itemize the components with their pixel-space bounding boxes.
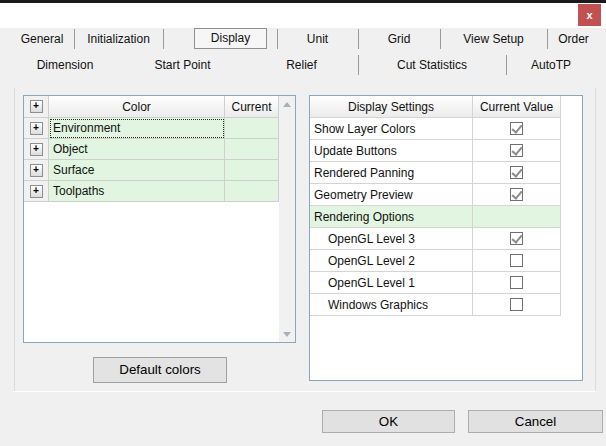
table-row-show-layer-colors: Show Layer Colors bbox=[310, 118, 562, 140]
tab-start-point[interactable]: Start Point bbox=[120, 55, 245, 75]
scroll-up-button[interactable] bbox=[279, 96, 295, 112]
setting-value-cell bbox=[473, 140, 561, 162]
expand-cell: + bbox=[24, 139, 49, 160]
color-row-current[interactable] bbox=[225, 139, 279, 160]
table-row-surface: + Surface bbox=[24, 160, 279, 181]
tab-relief[interactable]: Relief bbox=[245, 55, 358, 75]
ok-button[interactable]: OK bbox=[322, 410, 455, 433]
section-label: Rendering Options bbox=[310, 206, 473, 228]
table-row-rendered-panning: Rendered Panning bbox=[310, 162, 562, 184]
checkbox[interactable] bbox=[510, 254, 523, 267]
color-row-label[interactable]: Object bbox=[49, 139, 225, 160]
color-row-label[interactable]: Surface bbox=[49, 160, 225, 181]
table-row-environment: + Environment bbox=[24, 118, 279, 139]
tab-order[interactable]: Order bbox=[547, 29, 600, 49]
color-table: + Color Current + Environment + Object bbox=[24, 96, 279, 202]
table-row-rendering-options: Rendering Options bbox=[310, 206, 562, 228]
scroll-down-button[interactable] bbox=[279, 326, 295, 342]
setting-label: Rendered Panning bbox=[310, 162, 473, 184]
checkbox[interactable] bbox=[510, 122, 523, 135]
table-row-opengl-level-1: OpenGL Level 1 bbox=[310, 272, 562, 294]
tab-view-setup[interactable]: View Setup bbox=[440, 29, 547, 49]
settings-header-row: Display Settings Current Value bbox=[310, 96, 562, 118]
column-header-current: Current bbox=[225, 96, 279, 118]
expand-icon[interactable]: + bbox=[30, 122, 43, 135]
display-settings-table: Display Settings Current Value Show Laye… bbox=[310, 96, 562, 316]
table-row-geometry-preview: Geometry Preview bbox=[310, 184, 562, 206]
section-value-cell bbox=[473, 206, 561, 228]
checkbox[interactable] bbox=[510, 232, 523, 245]
setting-label: OpenGL Level 1 bbox=[310, 272, 473, 294]
close-icon: x bbox=[586, 9, 592, 21]
default-colors-button[interactable]: Default colors bbox=[93, 357, 227, 383]
color-row-current[interactable] bbox=[225, 160, 279, 181]
table-row-toolpaths: + Toolpaths bbox=[24, 181, 279, 202]
expand-all-button[interactable]: + bbox=[30, 100, 43, 113]
table-row-windows-graphics: Windows Graphics bbox=[310, 294, 562, 316]
setting-label: Update Buttons bbox=[310, 140, 473, 162]
tab-autotp[interactable]: AutoTP bbox=[506, 55, 596, 75]
tab-separator bbox=[277, 29, 278, 49]
color-table-header-row: + Color Current bbox=[24, 96, 279, 118]
expand-cell: + bbox=[24, 160, 49, 181]
checkbox[interactable] bbox=[510, 298, 523, 311]
expand-all-cell: + bbox=[24, 96, 49, 118]
scroll-down-icon bbox=[283, 332, 291, 337]
tab-dimension[interactable]: Dimension bbox=[10, 55, 120, 75]
column-header-display-settings: Display Settings bbox=[310, 96, 473, 118]
setting-label: Windows Graphics bbox=[310, 294, 473, 316]
tab-cut-statistics[interactable]: Cut Statistics bbox=[358, 55, 506, 75]
checkbox[interactable] bbox=[510, 188, 523, 201]
expand-icon[interactable]: + bbox=[30, 143, 43, 156]
column-header-color: Color bbox=[49, 96, 225, 118]
tab-general[interactable]: General bbox=[10, 29, 74, 49]
table-row-opengl-level-2: OpenGL Level 2 bbox=[310, 250, 562, 272]
display-settings-panel: Display Settings Current Value Show Laye… bbox=[309, 95, 583, 381]
column-header-current-value: Current Value bbox=[473, 96, 561, 118]
expand-icon[interactable]: + bbox=[30, 164, 43, 177]
footer-divider bbox=[13, 391, 596, 392]
checkbox[interactable] bbox=[510, 276, 523, 289]
setting-label: OpenGL Level 3 bbox=[310, 228, 473, 250]
setting-value-cell bbox=[473, 184, 561, 206]
title-bar[interactable] bbox=[0, 3, 606, 28]
display-settings-dialog: x General Initialization Display Unit Gr… bbox=[0, 0, 606, 446]
setting-value-cell bbox=[473, 250, 561, 272]
color-row-current[interactable] bbox=[225, 181, 279, 202]
expand-cell: + bbox=[24, 118, 49, 139]
setting-value-cell bbox=[473, 272, 561, 294]
setting-value-cell bbox=[473, 162, 561, 184]
tab-separator bbox=[74, 29, 75, 49]
color-table-panel: + Color Current + Environment + Object bbox=[23, 95, 296, 343]
tab-initialization[interactable]: Initialization bbox=[74, 29, 163, 49]
color-row-label[interactable]: Toolpaths bbox=[49, 181, 225, 202]
vertical-scrollbar[interactable] bbox=[279, 96, 295, 342]
setting-value-cell bbox=[473, 118, 561, 140]
color-row-current[interactable] bbox=[225, 118, 279, 139]
tab-grid[interactable]: Grid bbox=[358, 29, 440, 49]
tab-separator bbox=[358, 55, 359, 75]
color-row-label[interactable]: Environment bbox=[49, 118, 225, 139]
expand-icon[interactable]: + bbox=[30, 185, 43, 198]
scroll-up-icon bbox=[283, 102, 291, 107]
setting-label: Show Layer Colors bbox=[310, 118, 473, 140]
tab-separator bbox=[547, 29, 548, 49]
tab-separator bbox=[440, 29, 441, 49]
expand-cell: + bbox=[24, 181, 49, 202]
tab-separator bbox=[506, 55, 507, 75]
checkbox[interactable] bbox=[510, 144, 523, 157]
tab-separator bbox=[163, 29, 164, 49]
setting-value-cell bbox=[473, 228, 561, 250]
table-row-object: + Object bbox=[24, 139, 279, 160]
setting-label: Geometry Preview bbox=[310, 184, 473, 206]
tab-separator bbox=[358, 29, 359, 49]
close-button[interactable]: x bbox=[578, 4, 601, 26]
tab-display[interactable]: Display bbox=[194, 28, 267, 49]
cancel-button[interactable]: Cancel bbox=[468, 410, 603, 433]
table-row-update-buttons: Update Buttons bbox=[310, 140, 562, 162]
tab-unit[interactable]: Unit bbox=[277, 29, 358, 49]
setting-value-cell bbox=[473, 294, 561, 316]
checkbox[interactable] bbox=[510, 166, 523, 179]
setting-label: OpenGL Level 2 bbox=[310, 250, 473, 272]
table-row-opengl-level-3: OpenGL Level 3 bbox=[310, 228, 562, 250]
